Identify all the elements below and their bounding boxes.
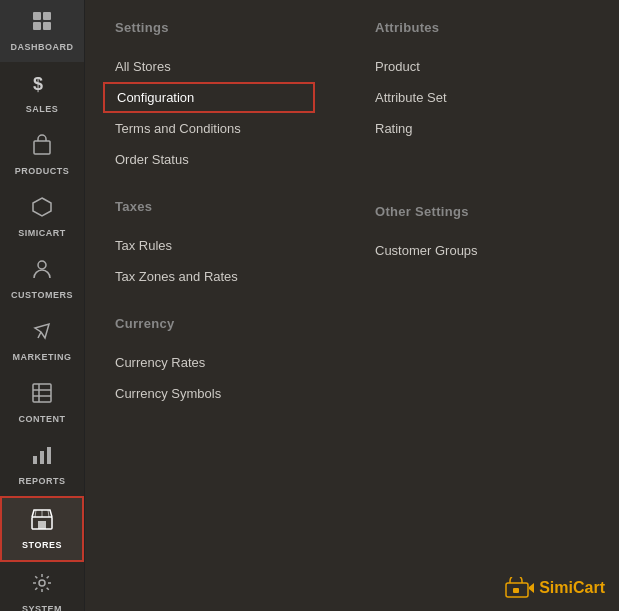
taxes-title: Taxes [115, 199, 315, 214]
svg-rect-17 [38, 521, 46, 529]
settings-title: Settings [115, 20, 315, 35]
sidebar-item-system[interactable]: SYSTEM [0, 562, 84, 611]
attributes-section: Attributes Product Attribute Set Rating [375, 20, 575, 144]
sidebar-item-content[interactable]: CONTENT [0, 372, 84, 434]
customers-icon [31, 258, 53, 286]
content-icon [31, 382, 53, 410]
tax-zones-link[interactable]: Tax Zones and Rates [115, 261, 315, 292]
sidebar-item-label: SALES [26, 104, 59, 114]
taxes-section: Taxes Tax Rules Tax Zones and Rates [115, 199, 315, 292]
svg-rect-23 [513, 588, 519, 593]
currency-title: Currency [115, 316, 315, 331]
other-settings-section: Other Settings Customer Groups [375, 204, 575, 266]
all-stores-link[interactable]: All Stores [115, 51, 315, 82]
marketing-icon [31, 320, 53, 348]
simicart-icon [31, 196, 53, 224]
sidebar-item-label: SIMICART [18, 228, 66, 238]
sidebar-item-reports[interactable]: REPORTS [0, 434, 84, 496]
svg-rect-1 [43, 12, 51, 20]
sidebar-item-label: SYSTEM [22, 604, 62, 611]
svg-rect-14 [40, 451, 44, 464]
configuration-link[interactable]: Configuration [103, 82, 315, 113]
sidebar-item-simicart[interactable]: SIMICART [0, 186, 84, 248]
sidebar-item-stores[interactable]: STORES [0, 496, 84, 562]
product-link[interactable]: Product [375, 51, 575, 82]
sidebar-item-label: CUSTOMERS [11, 290, 73, 300]
sales-icon: $ [31, 72, 53, 100]
sidebar: DASHBOARD $ SALES PRODUCTS SIMICART [0, 0, 85, 611]
dashboard-icon [31, 10, 53, 38]
currency-rates-link[interactable]: Currency Rates [115, 347, 315, 378]
logo-cart: Cart [573, 579, 605, 596]
svg-rect-2 [33, 22, 41, 30]
sidebar-item-label: REPORTS [18, 476, 65, 486]
svg-rect-15 [47, 447, 51, 464]
svg-line-20 [48, 510, 49, 517]
currency-symbols-link[interactable]: Currency Symbols [115, 378, 315, 409]
svg-text:$: $ [33, 74, 44, 94]
sidebar-item-marketing[interactable]: MARKETING [0, 310, 84, 372]
system-icon [31, 572, 53, 600]
order-status-link[interactable]: Order Status [115, 144, 315, 175]
svg-line-18 [35, 510, 36, 517]
logo-area: SimiCart [505, 577, 605, 599]
svg-point-7 [38, 261, 46, 269]
attribute-set-link[interactable]: Attribute Set [375, 82, 575, 113]
customer-groups-link[interactable]: Customer Groups [375, 235, 575, 266]
rating-link[interactable]: Rating [375, 113, 575, 144]
svg-marker-6 [33, 198, 51, 216]
simicart-logo-icon [505, 577, 535, 599]
terms-conditions-link[interactable]: Terms and Conditions [115, 113, 315, 144]
sidebar-item-label: CONTENT [19, 414, 66, 424]
svg-rect-5 [34, 141, 50, 154]
sidebar-item-label: PRODUCTS [15, 166, 70, 176]
logo-text: SimiCart [539, 579, 605, 597]
left-column: Settings All Stores Configuration Terms … [115, 20, 315, 591]
svg-rect-13 [33, 456, 37, 464]
main-content: Settings All Stores Configuration Terms … [85, 0, 619, 611]
sidebar-item-label: MARKETING [13, 352, 72, 362]
tax-rules-link[interactable]: Tax Rules [115, 230, 315, 261]
products-icon [31, 134, 53, 162]
settings-section: Settings All Stores Configuration Terms … [115, 20, 315, 175]
sidebar-item-label: DASHBOARD [11, 42, 74, 52]
sidebar-item-customers[interactable]: CUSTOMERS [0, 248, 84, 310]
svg-rect-3 [43, 22, 51, 30]
svg-rect-9 [33, 384, 51, 402]
reports-icon [31, 444, 53, 472]
sidebar-item-products[interactable]: PRODUCTS [0, 124, 84, 186]
sidebar-item-sales[interactable]: $ SALES [0, 62, 84, 124]
other-settings-title: Other Settings [375, 204, 575, 219]
sidebar-item-dashboard[interactable]: DASHBOARD [0, 0, 84, 62]
right-column: Attributes Product Attribute Set Rating … [375, 20, 575, 591]
sidebar-item-label: STORES [22, 540, 62, 550]
stores-icon [30, 508, 54, 536]
attributes-title: Attributes [375, 20, 575, 35]
currency-section: Currency Currency Rates Currency Symbols [115, 316, 315, 409]
svg-point-21 [39, 580, 45, 586]
logo-simi: Simi [539, 579, 573, 596]
svg-line-8 [38, 332, 41, 338]
svg-rect-0 [33, 12, 41, 20]
